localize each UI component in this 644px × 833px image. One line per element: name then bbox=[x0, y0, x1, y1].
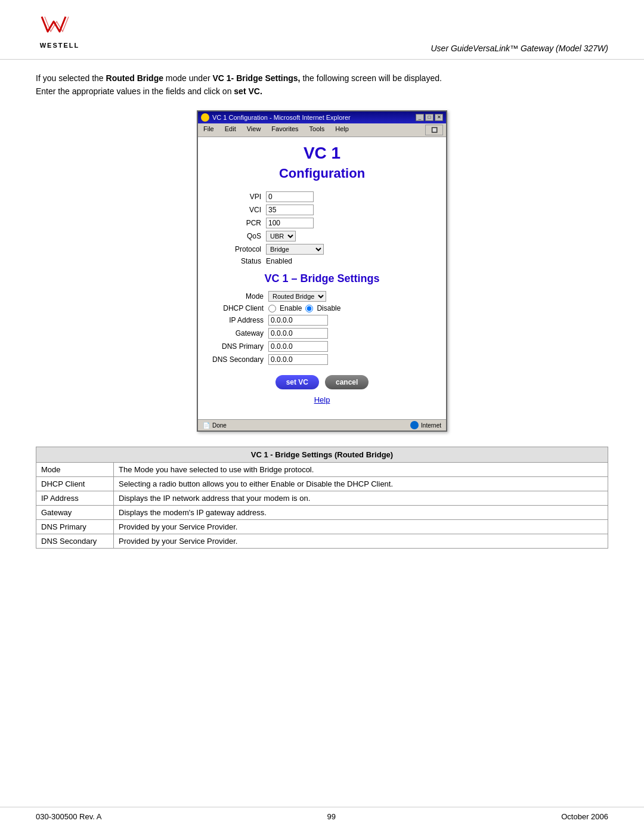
browser-statusbar: 📄 Done Internet bbox=[198, 419, 446, 431]
table-row: IP AddressDisplays the IP network addres… bbox=[36, 491, 608, 506]
table-description: Provided by your Service Provider. bbox=[114, 534, 608, 549]
gateway-input[interactable] bbox=[268, 328, 328, 339]
ip-address-input[interactable] bbox=[268, 315, 328, 326]
protocol-row: Protocol Bridge Routed Bridge PPPoE bbox=[210, 243, 434, 256]
vci-input[interactable] bbox=[266, 205, 314, 215]
info-table-body: ModeThe Mode you have selected to use wi… bbox=[36, 463, 608, 549]
mode-label: Mode bbox=[210, 290, 266, 303]
dns-primary-row: DNS Primary bbox=[210, 340, 434, 353]
table-description: Displays the modem's IP gateway address. bbox=[114, 506, 608, 520]
ip-address-label: IP Address bbox=[210, 314, 266, 327]
window-controls[interactable]: _ □ ✕ bbox=[416, 114, 443, 121]
page-icon: 📄 bbox=[203, 422, 210, 429]
dns-secondary-row: DNS Secondary bbox=[210, 353, 434, 366]
dns-secondary-input[interactable] bbox=[268, 354, 328, 365]
ip-address-input-cell[interactable] bbox=[266, 314, 434, 327]
toolbar-icon: 🔲 bbox=[425, 125, 443, 135]
table-row: DHCP ClientSelecting a radio button allo… bbox=[36, 477, 608, 491]
dns-secondary-label: DNS Secondary bbox=[210, 353, 266, 366]
vpi-input-cell[interactable] bbox=[264, 190, 434, 203]
westell-logo bbox=[36, 11, 83, 41]
gateway-row: Gateway bbox=[210, 327, 434, 340]
table-field: DNS Secondary bbox=[36, 534, 114, 549]
status-done: 📄 Done bbox=[203, 422, 227, 429]
vpi-label: VPI bbox=[210, 190, 264, 203]
dhcp-radio-cell[interactable]: Enable Disable bbox=[266, 303, 434, 314]
gateway-input-cell[interactable] bbox=[266, 327, 434, 340]
dns-secondary-input-cell[interactable] bbox=[266, 353, 434, 366]
vc-title-line1: VC 1 bbox=[210, 143, 434, 163]
button-row[interactable]: set VC cancel bbox=[210, 375, 434, 389]
menu-edit[interactable]: Edit bbox=[222, 125, 239, 135]
table-description: The Mode you have selected to use with B… bbox=[114, 463, 608, 477]
protocol-select-cell[interactable]: Bridge Routed Bridge PPPoE bbox=[264, 243, 434, 256]
mode-select[interactable]: Routed Bridge Bridge bbox=[268, 291, 326, 302]
browser-menubar[interactable]: File Edit View Favorites Tools Help 🔲 bbox=[198, 123, 446, 137]
vci-input-cell[interactable] bbox=[264, 203, 434, 216]
cancel-button[interactable]: cancel bbox=[325, 375, 369, 389]
dhcp-row: DHCP Client Enable Disable bbox=[210, 303, 434, 314]
menu-view[interactable]: View bbox=[244, 125, 264, 135]
status-internet: Internet bbox=[410, 421, 441, 429]
browser-titlebar: VC 1 Configuration - Microsoft Internet … bbox=[198, 112, 446, 123]
table-field: DNS Primary bbox=[36, 520, 114, 534]
page-footer: 030-300500 Rev. A 99 October 2006 bbox=[0, 807, 644, 821]
protocol-select[interactable]: Bridge Routed Bridge PPPoE bbox=[266, 244, 324, 255]
user-guide-label: User Guide bbox=[431, 11, 473, 53]
dns-primary-input[interactable] bbox=[268, 341, 328, 352]
vci-label: VCI bbox=[210, 203, 264, 216]
dns-primary-input-cell[interactable] bbox=[266, 340, 434, 353]
help-link[interactable]: Help bbox=[210, 395, 434, 404]
dhcp-radio-group[interactable]: Enable Disable bbox=[268, 304, 432, 312]
pcr-input-cell[interactable] bbox=[264, 216, 434, 230]
main-content: If you selected the Routed Bridge mode u… bbox=[0, 60, 644, 561]
bold-routed-bridge: Routed Bridge bbox=[106, 73, 163, 83]
close-button[interactable]: ✕ bbox=[435, 114, 443, 121]
maximize-button[interactable]: □ bbox=[425, 114, 434, 121]
mode-row: Mode Routed Bridge Bridge bbox=[210, 290, 434, 303]
table-description: Provided by your Service Provider. bbox=[114, 520, 608, 534]
info-table-container: VC 1 - Bridge Settings (Routed Bridge) M… bbox=[36, 447, 608, 549]
vpi-row: VPI bbox=[210, 190, 434, 203]
qos-select[interactable]: UBR CBR VBR bbox=[266, 231, 296, 241]
table-field: Mode bbox=[36, 463, 114, 477]
pcr-input[interactable] bbox=[266, 218, 314, 228]
menu-file[interactable]: File bbox=[201, 125, 216, 135]
status-internet-text: Internet bbox=[421, 422, 441, 429]
bridge-settings-title: VC 1 – Bridge Settings bbox=[210, 272, 434, 285]
footer-right: October 2006 bbox=[561, 812, 608, 821]
table-row: GatewayDisplays the modem's IP gateway a… bbox=[36, 506, 608, 520]
browser-window: VC 1 Configuration - Microsoft Internet … bbox=[197, 110, 447, 432]
status-value: Enabled bbox=[264, 256, 434, 267]
qos-row: QoS UBR CBR VBR bbox=[210, 230, 434, 243]
menu-favorites[interactable]: Favorites bbox=[269, 125, 301, 135]
ip-address-row: IP Address bbox=[210, 314, 434, 327]
vc-fields-table: VPI VCI PCR bbox=[210, 190, 434, 267]
menu-tools[interactable]: Tools bbox=[307, 125, 327, 135]
dhcp-enable-radio[interactable] bbox=[268, 305, 276, 312]
protocol-label: Protocol bbox=[210, 243, 264, 256]
table-row: DNS SecondaryProvided by your Service Pr… bbox=[36, 534, 608, 549]
footer-center: 99 bbox=[327, 812, 336, 821]
dhcp-disable-radio[interactable] bbox=[305, 305, 313, 312]
mode-select-cell[interactable]: Routed Bridge Bridge bbox=[266, 290, 434, 303]
brand-name: WESTELL bbox=[40, 42, 80, 49]
qos-select-cell[interactable]: UBR CBR VBR bbox=[264, 230, 434, 243]
dns-primary-label: DNS Primary bbox=[210, 340, 266, 353]
qos-label: QoS bbox=[210, 230, 264, 243]
browser-body: VC 1 Configuration VPI VCI PCR bbox=[198, 137, 446, 420]
table-description: Displays the IP network address that you… bbox=[114, 491, 608, 506]
pcr-label: PCR bbox=[210, 216, 264, 230]
dhcp-disable-label: Disable bbox=[317, 304, 340, 312]
set-vc-button[interactable]: set VC bbox=[275, 375, 319, 389]
intro-paragraph: If you selected the Routed Bridge mode u… bbox=[36, 72, 608, 98]
titlebar-left: VC 1 Configuration - Microsoft Internet … bbox=[201, 113, 351, 122]
vpi-input[interactable] bbox=[266, 191, 314, 202]
product-label: VersaLink™ Gateway (Model 327W) bbox=[473, 11, 608, 53]
logo-area: WESTELL bbox=[36, 11, 83, 49]
minimize-button[interactable]: _ bbox=[416, 114, 424, 121]
vci-row: VCI bbox=[210, 203, 434, 216]
menu-help[interactable]: Help bbox=[333, 125, 351, 135]
info-table-title: VC 1 - Bridge Settings (Routed Bridge) bbox=[36, 447, 608, 463]
dhcp-label: DHCP Client bbox=[210, 303, 266, 314]
